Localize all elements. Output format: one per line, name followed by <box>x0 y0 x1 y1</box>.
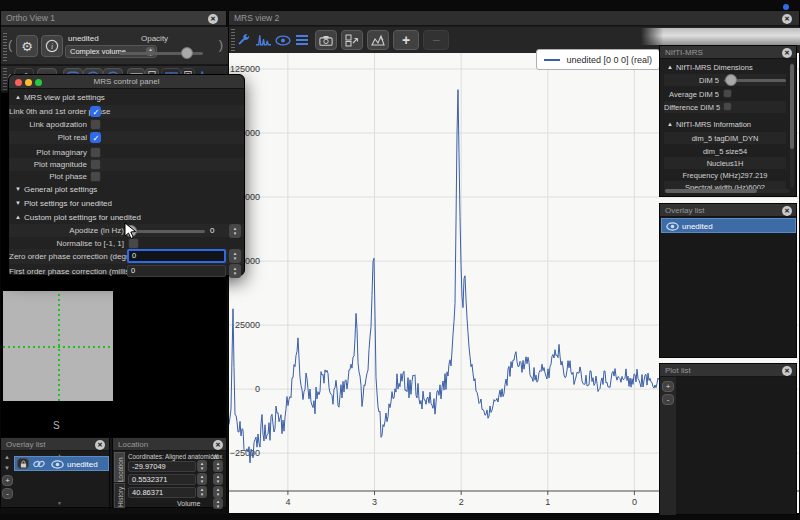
overlay-list-item[interactable]: unedited <box>661 218 796 233</box>
overlay-settings-button[interactable]: ⚙ <box>16 35 38 57</box>
checkbox[interactable] <box>90 106 101 117</box>
vox-header: Vox <box>212 453 223 460</box>
checkbox[interactable] <box>90 171 101 182</box>
mrs-control-panel: MRS control panel ▲MRS view plot setting… <box>8 74 245 276</box>
first-order-input[interactable]: 0 <box>127 265 226 277</box>
section-view-plot-settings[interactable]: ▲MRS view plot settings <box>15 93 105 102</box>
spinner[interactable]: ▴▾ <box>213 460 223 472</box>
remove-plot-button[interactable]: - <box>662 394 674 405</box>
spinner[interactable]: ▴▾ <box>229 249 241 263</box>
overlay-list-right-titlebar[interactable]: Overlay list ✕ <box>660 204 796 217</box>
section-general-plot-settings[interactable]: ▼General plot settings <box>15 185 97 194</box>
spinner[interactable]: ▴▾ <box>197 473 207 485</box>
vertical-scrollbar[interactable] <box>790 62 794 188</box>
section-nifti-dimensions[interactable]: ▲NIfTI-MRS Dimensions <box>667 63 753 72</box>
close-icon[interactable]: ✕ <box>95 440 105 450</box>
close-icon[interactable]: ✕ <box>208 14 218 24</box>
horizontal-scrollbar[interactable] <box>664 189 790 193</box>
section-nifti-information[interactable]: ▲NIfTI-MRS Information <box>667 120 751 129</box>
spinner[interactable]: ▴▾ <box>229 264 241 278</box>
section-plot-settings-unedited[interactable]: ▼Plot settings for unedited <box>15 199 112 208</box>
checkbox[interactable] <box>723 89 732 98</box>
add-dataseries-button[interactable]: + <box>393 30 419 50</box>
mrs-control-titlebar[interactable]: MRS control panel <box>9 75 244 89</box>
toolbar-overflow-left[interactable]: ( <box>8 37 12 52</box>
overlay-list-titlebar[interactable]: Overlay list ✕ <box>1 438 109 451</box>
volume-label: Volume <box>177 500 200 507</box>
close-icon[interactable]: ✕ <box>782 206 792 216</box>
checkbox[interactable] <box>90 119 101 130</box>
nifti-mrs-panel: NIfTI-MRS ✕ ▲NIfTI-MRS Dimensions DIM 5 … <box>659 45 797 197</box>
spinner[interactable]: ▴▾ <box>229 224 241 238</box>
close-icon[interactable]: ✕ <box>782 366 792 376</box>
chain-link-icon[interactable] <box>33 459 45 469</box>
nifti-mrs-titlebar[interactable]: NIfTI-MRS ✕ <box>660 46 796 59</box>
toolbar-overflow-right[interactable]: ) <box>219 37 223 52</box>
overlay-info-button[interactable]: i <box>41 35 63 57</box>
add-overlay-button[interactable]: + <box>2 475 13 486</box>
plot-screenshot-button[interactable] <box>315 30 337 50</box>
ortho-view-titlebar[interactable]: Ortho View 1 ✕ <box>1 11 226 26</box>
checkbox[interactable] <box>90 147 101 158</box>
spectrum-toggle-button[interactable] <box>255 33 272 47</box>
eye-icon[interactable] <box>666 222 679 231</box>
setting-row: Link apodization <box>9 118 244 131</box>
tab-history-label: History <box>117 487 124 507</box>
scroll-down-icon[interactable]: ▼ <box>57 500 62 506</box>
overlay-list-item[interactable]: unedited <box>14 456 109 471</box>
location-titlebar[interactable]: Location ✕ <box>113 438 226 451</box>
toolbar-drag-handle[interactable] <box>231 29 235 51</box>
eye-icon[interactable] <box>51 460 64 469</box>
info-icon: i <box>45 39 59 53</box>
spinner[interactable]: ▴▾ <box>197 460 207 472</box>
opacity-slider-thumb[interactable] <box>181 47 193 59</box>
slice-canvas[interactable] <box>3 291 113 401</box>
gear-icon: ⚙ <box>21 39 33 54</box>
plot-list-titlebar[interactable]: Plot list ✕ <box>660 364 796 377</box>
export-data-button[interactable] <box>367 30 389 50</box>
spinner[interactable]: ▴▾ <box>213 498 223 509</box>
coords-header: Coordinates: Aligned anatomical <box>128 453 218 460</box>
checkbox[interactable] <box>90 159 101 170</box>
spinner-down-icon: ▾ <box>234 231 237 236</box>
section-label: MRS view plot settings <box>24 93 105 102</box>
close-icon[interactable]: ✕ <box>782 14 792 24</box>
checkbox[interactable] <box>90 132 101 143</box>
spinner-down-icon: ▾ <box>201 492 204 497</box>
lock-toggle-button[interactable] <box>17 458 29 469</box>
dim5-label: DIM 5 <box>664 76 719 85</box>
zero-order-input[interactable]: 0 <box>127 249 226 263</box>
overlay-visibility-button[interactable] <box>275 35 291 46</box>
apodize-slider-track[interactable] <box>129 230 205 233</box>
remove-dataseries-button[interactable]: − <box>423 30 449 50</box>
remove-overlay-button[interactable]: - <box>2 488 13 499</box>
setting-row: Link 0th and 1st order phase <box>9 105 244 118</box>
spinner[interactable]: ▴▾ <box>213 473 223 485</box>
coord-z-input[interactable]: 40.86371 <box>128 487 196 498</box>
import-data-button[interactable] <box>341 30 363 50</box>
spinner[interactable]: ▴▾ <box>213 486 223 498</box>
tab-history[interactable]: History <box>114 483 125 508</box>
add-plot-button[interactable]: + <box>662 381 674 392</box>
checkbox[interactable] <box>723 102 732 111</box>
dim5-slider-thumb[interactable] <box>725 74 737 86</box>
mrs-settings-button[interactable] <box>237 33 251 47</box>
coord-y-input[interactable]: 0.5532371 <box>128 474 196 485</box>
first-order-label: First order phase correction (millisecon… <box>9 267 124 276</box>
section-custom-plot-settings[interactable]: ▲Custom plot settings for unedited <box>15 213 141 222</box>
opacity-label: Opacity <box>141 34 168 43</box>
tab-location[interactable]: Location <box>114 452 125 482</box>
overlay-item-label: unedited <box>682 222 713 231</box>
svg-text:4: 4 <box>285 497 290 507</box>
coord-x-input[interactable]: -29.97049 <box>128 461 196 472</box>
info-value: 297.219 <box>740 171 767 180</box>
toolbar-drag-handle[interactable] <box>3 31 7 61</box>
close-icon[interactable]: ✕ <box>213 440 223 450</box>
move-up-button[interactable]: ▲ <box>4 454 10 460</box>
move-down-button[interactable]: ▼ <box>4 465 10 471</box>
plot-list-toggle-button[interactable] <box>295 34 309 46</box>
close-icon[interactable]: ✕ <box>782 48 792 58</box>
spinner[interactable]: ▴▾ <box>197 486 207 498</box>
section-label: General plot settings <box>24 185 97 194</box>
mrs-view-titlebar[interactable]: MRS view 2 ✕ <box>229 11 799 26</box>
